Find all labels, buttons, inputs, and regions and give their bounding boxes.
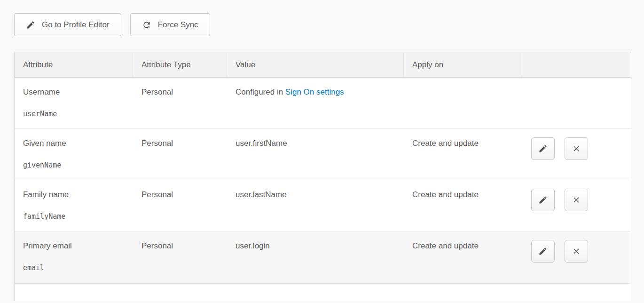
apply-on-cell: Create and update xyxy=(404,180,522,231)
go-to-profile-editor-button[interactable]: Go to Profile Editor xyxy=(14,13,121,36)
table-row-primary-email: Primary email email Personal user.login … xyxy=(15,231,631,284)
actions-cell xyxy=(522,180,631,231)
delete-attribute-button[interactable] xyxy=(565,137,588,160)
column-header-attribute: Attribute xyxy=(15,52,133,77)
go-to-profile-editor-label: Go to Profile Editor xyxy=(42,20,110,30)
attribute-type-cell: Personal xyxy=(133,129,227,180)
attribute-label: Family name xyxy=(23,190,126,200)
table-row-family-name: Family name familyName Personal user.las… xyxy=(15,180,631,231)
toolbar: Go to Profile Editor Force Sync xyxy=(14,13,210,36)
table-row-given-name: Given name givenName Personal user.first… xyxy=(15,129,631,180)
attribute-cell: Given name givenName xyxy=(15,129,133,180)
attribute-label: Given name xyxy=(23,138,126,149)
attribute-name: email xyxy=(23,263,126,273)
table-row-username: Username userName Personal Configured in… xyxy=(15,78,631,129)
edit-attribute-button[interactable] xyxy=(531,137,555,160)
attribute-type-cell: Personal xyxy=(133,180,227,231)
pencil-icon xyxy=(538,247,548,256)
attribute-type-cell: Personal xyxy=(133,231,227,283)
sign-on-settings-link[interactable]: Sign On settings xyxy=(285,88,344,96)
edit-attribute-button[interactable] xyxy=(531,189,555,211)
delete-attribute-button[interactable] xyxy=(565,189,588,211)
edit-attribute-button[interactable] xyxy=(531,240,555,263)
attribute-type-cell: Personal xyxy=(133,78,227,128)
attribute-name: givenName xyxy=(23,160,126,170)
attribute-cell: Primary email email xyxy=(15,231,133,283)
apply-on-cell: Create and update xyxy=(404,231,522,283)
actions-cell xyxy=(522,231,631,283)
actions-cell xyxy=(522,129,631,180)
column-header-apply-on: Apply on xyxy=(404,52,522,77)
column-header-attribute-type: Attribute Type xyxy=(133,52,227,77)
pencil-icon xyxy=(26,20,35,30)
table-header-row: Attribute Attribute Type Value Apply on xyxy=(15,52,631,78)
close-icon xyxy=(572,247,581,256)
attribute-name: familyName xyxy=(23,211,126,222)
actions-cell xyxy=(522,78,631,128)
close-icon xyxy=(572,144,581,153)
attribute-label: Primary email xyxy=(23,241,126,251)
apply-on-cell xyxy=(404,78,522,128)
attribute-cell: Family name familyName xyxy=(15,180,133,231)
attribute-label: Username xyxy=(23,87,126,97)
refresh-icon xyxy=(142,20,151,30)
column-header-actions xyxy=(522,52,631,77)
apply-on-cell: Create and update xyxy=(404,129,522,180)
value-text: Configured in xyxy=(236,88,285,96)
value-cell: user.lastName xyxy=(227,180,404,231)
table-row-partial xyxy=(15,284,631,301)
attribute-mappings-table: Attribute Attribute Type Value Apply on … xyxy=(14,52,631,301)
value-cell: user.firstName xyxy=(227,129,404,180)
close-icon xyxy=(572,195,581,205)
attribute-name: userName xyxy=(23,109,126,119)
pencil-icon xyxy=(538,144,548,153)
delete-attribute-button[interactable] xyxy=(565,240,588,263)
force-sync-button[interactable]: Force Sync xyxy=(130,13,210,36)
value-cell: user.login xyxy=(227,231,404,283)
force-sync-label: Force Sync xyxy=(158,20,198,30)
pencil-icon xyxy=(538,195,548,205)
attribute-cell: Username userName xyxy=(15,78,133,128)
value-cell: Configured in Sign On settings xyxy=(227,78,404,128)
column-header-value: Value xyxy=(227,52,404,77)
